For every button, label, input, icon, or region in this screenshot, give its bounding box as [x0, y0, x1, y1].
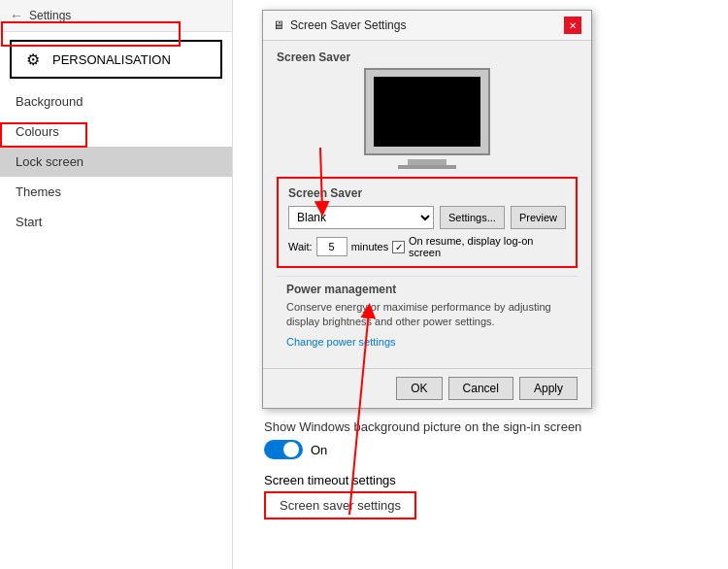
minutes-label: minutes: [351, 241, 389, 252]
nav-item-colours[interactable]: Colours: [0, 117, 232, 147]
ok-button[interactable]: OK: [396, 377, 442, 400]
wait-input[interactable]: [316, 237, 347, 256]
toggle-knob: [283, 442, 299, 457]
monitor-base: [398, 165, 456, 169]
dialog-titlebar: 🖥 Screen Saver Settings ✕: [263, 11, 591, 41]
settings-panel: ← Settings ⚙ PERSONALISATION Background …: [0, 0, 233, 569]
screen-saver-settings-link[interactable]: Screen saver settings: [264, 491, 416, 519]
ss-dropdown[interactable]: Blank: [288, 206, 434, 229]
nav-item-lock-screen[interactable]: Lock screen: [0, 147, 232, 177]
toggle-label: On: [311, 443, 327, 457]
monitor-preview: [364, 68, 490, 155]
screen-saver-dialog: 🖥 Screen Saver Settings ✕ Screen Saver S…: [262, 10, 592, 409]
ss-controls: Blank Settings... Preview: [288, 206, 566, 229]
apply-button[interactable]: Apply: [519, 377, 578, 400]
timeout-label: Screen timeout settings: [264, 473, 709, 487]
timeout-section: Screen timeout settings Screen saver set…: [252, 473, 709, 519]
personalisation-header: ⚙ PERSONALISATION: [10, 40, 222, 79]
resume-label: On resume, display log-on screen: [409, 235, 566, 258]
dialog-icon: 🖥: [273, 18, 284, 32]
settings-title: Settings: [29, 9, 71, 22]
pm-title: Power management: [286, 283, 568, 296]
show-bg-label: Show Windows background picture on the s…: [252, 419, 709, 434]
dialog-close-button[interactable]: ✕: [564, 17, 581, 34]
cancel-button[interactable]: Cancel: [448, 377, 513, 400]
pm-text: Conserve energy or maximise performance …: [286, 300, 568, 330]
lock-screen-content: ♡ 📅 📞 ✉ + + + Show Windows background pi…: [233, 0, 728, 569]
ss-preview-button[interactable]: Preview: [511, 206, 566, 229]
section-title: PERSONALISATION: [52, 52, 171, 67]
ss-settings-button[interactable]: Settings...: [440, 206, 505, 229]
resume-checkbox[interactable]: ✓: [392, 241, 405, 253]
ss-section: Screen Saver Blank Settings... Preview W…: [277, 177, 578, 268]
back-button[interactable]: ←: [10, 8, 23, 23]
settings-nav: Background Colours Lock screen Themes St…: [0, 86, 232, 237]
nav-item-themes[interactable]: Themes: [0, 177, 232, 207]
show-bg-toggle[interactable]: [264, 440, 303, 459]
settings-titlebar: ← Settings: [0, 0, 232, 32]
gear-icon: ⚙: [21, 48, 45, 71]
dialog-footer: OK Cancel Apply: [263, 368, 591, 408]
nav-item-start[interactable]: Start: [0, 207, 232, 237]
dialog-title: Screen Saver Settings: [290, 18, 406, 32]
power-management-section: Power management Conserve energy or maxi…: [277, 276, 578, 354]
main-panel: ♡ 📅 📞 ✉ + + + Show Windows background pi…: [233, 0, 728, 569]
nav-item-background[interactable]: Background: [0, 86, 232, 117]
dialog-title-left: 🖥 Screen Saver Settings: [273, 18, 406, 32]
toggle-row: On: [252, 440, 709, 459]
screen-saver-section-label: Screen Saver: [277, 50, 578, 64]
monitor-screen: [374, 77, 480, 147]
ss-wait-row: Wait: minutes ✓ On resume, display log-o…: [288, 235, 566, 258]
ss-section-title: Screen Saver: [288, 186, 566, 200]
wait-label: Wait:: [288, 241, 313, 252]
dialog-body: Screen Saver Screen Saver Blank Setting: [263, 41, 591, 368]
pm-link[interactable]: Change power settings: [286, 336, 396, 348]
